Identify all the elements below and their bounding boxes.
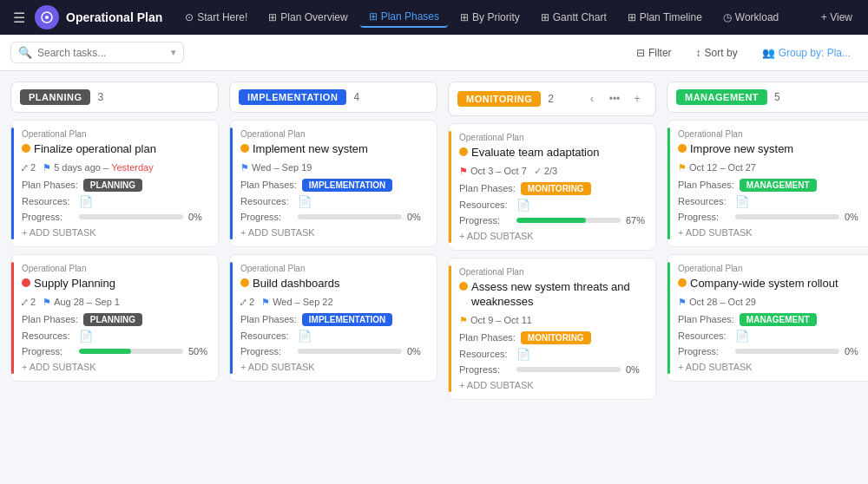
- col-actions: ‹ ••• +: [582, 89, 647, 108]
- task-card[interactable]: Operational Plan Company-wide system rol…: [667, 254, 868, 382]
- task-meta: ⚑ Oct 28 – Oct 29: [678, 297, 864, 308]
- tab-plan-timeline[interactable]: ⊞ Plan Timeline: [619, 8, 711, 27]
- resources-row: Resources: 📄: [459, 199, 645, 212]
- add-subtask-button[interactable]: + ADD SUBTASK: [22, 362, 207, 372]
- task-left-bar: [230, 262, 233, 374]
- search-box[interactable]: 🔍 ▾: [10, 42, 184, 63]
- plan-phases-label: Plan Phases:: [678, 314, 734, 324]
- add-subtask-button[interactable]: + ADD SUBTASK: [459, 231, 645, 241]
- toolbar: 🔍 ▾ ⊟ Filter ↕ Sort by 👥 Group by: Pla..…: [0, 35, 868, 71]
- resources-row: Resources: 📄: [22, 195, 207, 208]
- add-view-button[interactable]: + View: [812, 8, 861, 27]
- plan-phases-row: Plan Phases: MONITORING: [459, 182, 645, 195]
- task-left-bar: [449, 265, 451, 392]
- task-project: Operational Plan: [678, 264, 864, 273]
- progress-label: Progress:: [459, 215, 511, 226]
- tab-icon: ⊞: [541, 11, 549, 23]
- task-date: ⚑ Aug 28 – Sep 1: [43, 297, 120, 308]
- task-card[interactable]: Operational Plan Finalize operational pl…: [10, 120, 219, 247]
- sort-button[interactable]: ↕ Sort by: [689, 43, 745, 62]
- tab-plan-phases[interactable]: ⊞ Plan Phases: [360, 7, 448, 28]
- resources-label: Resources:: [459, 199, 511, 210]
- progress-row: Progress: 50%: [22, 346, 207, 356]
- plan-phases-label: Plan Phases:: [22, 314, 78, 324]
- flag-icon: ⚑: [43, 297, 51, 308]
- task-date: ⚑ 5 days ago – Yesterday: [43, 162, 154, 173]
- phase-badge: PLANNING: [83, 313, 142, 326]
- status-dot: [240, 278, 249, 287]
- progress-row: Progress: 67%: [459, 215, 645, 226]
- resources-row: Resources: 📄: [459, 348, 645, 361]
- progress-label: Progress:: [22, 346, 74, 356]
- tab-plan-overview[interactable]: ⊞ Plan Overview: [260, 8, 356, 27]
- task-date: ⚑ Oct 12 – Oct 27: [678, 162, 756, 173]
- filter-button[interactable]: ⊟ Filter: [629, 43, 679, 62]
- column-planning: PLANNING 3 Operational Plan Finalize ope…: [10, 82, 219, 474]
- add-subtask-button[interactable]: + ADD SUBTASK: [240, 362, 426, 372]
- resources-label: Resources:: [678, 196, 730, 206]
- progress-pct: 0%: [407, 212, 421, 222]
- task-project: Operational Plan: [240, 264, 426, 273]
- resources-label: Resources:: [22, 196, 74, 206]
- resources-row: Resources: 📄: [240, 195, 426, 208]
- col-header-planning: PLANNING 3: [10, 82, 219, 113]
- task-title: Company-wide system rollout: [678, 277, 864, 291]
- task-title: Build dashboards: [240, 277, 426, 291]
- task-card[interactable]: Operational Plan Supply Planning ⑇2 ⚑ Au…: [10, 254, 219, 382]
- add-subtask-button[interactable]: + ADD SUBTASK: [678, 227, 864, 238]
- tab-icon: ⊞: [460, 11, 469, 23]
- tab-by-priority[interactable]: ⊞ By Priority: [451, 8, 529, 27]
- progress-row: Progress: 0%: [678, 346, 864, 356]
- progress-row: Progress: 0%: [678, 212, 864, 222]
- task-card[interactable]: Operational Plan Evaluate team adaptatio…: [448, 123, 656, 251]
- tab-start-here[interactable]: ⊙ Start Here!: [176, 8, 256, 27]
- task-card[interactable]: Operational Plan Improve new system ⚑ Oc…: [667, 120, 868, 247]
- progress-label: Progress:: [240, 346, 293, 356]
- group-by-button[interactable]: 👥 Group by: Pla...: [755, 43, 858, 62]
- tab-icon: ⊙: [185, 11, 194, 23]
- resources-label: Resources:: [678, 330, 730, 341]
- tab-gantt-chart[interactable]: ⊞ Gantt Chart: [532, 8, 615, 27]
- flag-icon: ⚑: [43, 162, 51, 173]
- progress-bar: [516, 218, 621, 223]
- task-card[interactable]: Operational Plan Implement new system ⚑ …: [229, 120, 437, 247]
- progress-row: Progress: 0%: [240, 346, 426, 356]
- resources-row: Resources: 📄: [240, 330, 426, 343]
- task-card[interactable]: Operational Plan Assess new system threa…: [448, 258, 656, 400]
- search-input[interactable]: [37, 47, 150, 59]
- status-dot: [459, 147, 468, 156]
- plan-phases-row: Plan Phases: MONITORING: [459, 331, 645, 344]
- add-subtask-button[interactable]: + ADD SUBTASK: [678, 362, 864, 372]
- progress-bar: [735, 214, 839, 219]
- task-meta: ⑇2 ⚑ Wed – Sep 22: [240, 297, 426, 308]
- task-card[interactable]: Operational Plan Build dashboards ⑇2 ⚑ W…: [229, 254, 437, 382]
- flag-icon: ⚑: [261, 297, 270, 308]
- hamburger-icon[interactable]: ☰: [7, 5, 31, 29]
- add-subtask-button[interactable]: + ADD SUBTASK: [459, 380, 645, 390]
- progress-bar: [735, 349, 839, 354]
- tab-workload[interactable]: ◷ Workload: [714, 8, 787, 27]
- col-count-management: 5: [774, 91, 780, 103]
- phase-badge: IMPLEMENTATION: [302, 179, 393, 192]
- flag-icon: ⚑: [678, 162, 687, 173]
- toolbar-right: ⊟ Filter ↕ Sort by 👥 Group by: Pla...: [629, 43, 858, 62]
- add-subtask-button[interactable]: + ADD SUBTASK: [240, 227, 426, 238]
- phase-badge: MANAGEMENT: [740, 179, 817, 192]
- status-dot: [678, 278, 687, 287]
- resources-label: Resources:: [240, 196, 293, 206]
- sort-icon: ↕: [696, 47, 701, 59]
- plan-phases-row: Plan Phases: IMPLEMENTATION: [240, 313, 426, 326]
- task-project: Operational Plan: [678, 129, 864, 139]
- plan-phases-label: Plan Phases:: [678, 180, 734, 190]
- add-subtask-button[interactable]: + ADD SUBTASK: [22, 227, 207, 238]
- filter-icon: ⊟: [636, 47, 645, 59]
- col-more-btn[interactable]: •••: [605, 89, 624, 108]
- flag-icon: ⚑: [678, 297, 687, 308]
- tab-icon: ⊞: [268, 11, 277, 23]
- col-add-btn[interactable]: +: [628, 89, 647, 108]
- col-prev-btn[interactable]: ‹: [582, 89, 602, 108]
- resource-icon: 📄: [516, 199, 530, 212]
- flag-icon: ⚑: [240, 162, 249, 173]
- tab-icon: ⊞: [628, 11, 636, 23]
- search-icon: 🔍: [18, 46, 32, 59]
